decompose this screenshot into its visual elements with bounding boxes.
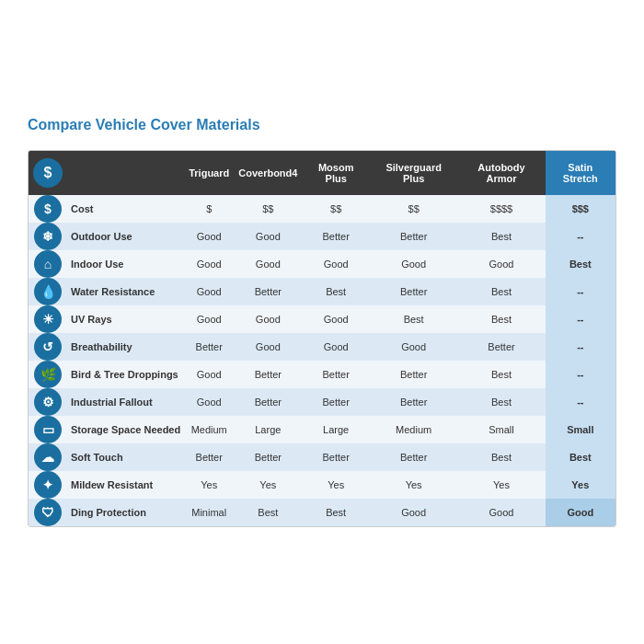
row-cell-col1: Better xyxy=(184,333,234,361)
row-icon-cell: ☁ xyxy=(29,443,67,471)
row-cell-col2: Better xyxy=(234,361,302,388)
row-cell-col4: Better xyxy=(370,388,458,416)
header-icon-cell: $ xyxy=(29,151,67,195)
row-icon-cell: ✦ xyxy=(29,471,67,499)
row-cell-col6: -- xyxy=(546,305,615,333)
water-icon: 💧 xyxy=(34,278,62,305)
row-cell-col4: Best xyxy=(370,305,458,333)
row-label: Storage Space Needed xyxy=(67,416,184,443)
row-cell-col6: Good xyxy=(546,499,615,526)
row-icon-cell: ☀ xyxy=(29,305,67,333)
comparison-table: $ Triguard Coverbond4 Mosom Plus Silverg… xyxy=(29,151,615,526)
row-cell-col1: Good xyxy=(184,278,234,305)
table-row: $Cost$$$$$$$$$$$$$$ xyxy=(29,195,615,223)
row-cell-col5: Best xyxy=(457,361,545,388)
table-row: ✦Mildew ResistantYesYesYesYesYesYes xyxy=(29,471,615,499)
row-cell-col2: Good xyxy=(234,305,302,333)
row-icon-cell: 🛡 xyxy=(29,499,67,526)
row-cell-col1: Minimal xyxy=(184,499,234,526)
row-icon-cell: ⚙ xyxy=(29,388,67,416)
header-col4: Silverguard Plus xyxy=(370,151,458,195)
row-cell-col5: Best xyxy=(457,443,545,471)
row-label: Soft Touch xyxy=(67,443,184,471)
table-row: ☁Soft TouchBetterBetterBetterBetterBestB… xyxy=(29,443,615,471)
table-row: ☀UV RaysGoodGoodGoodBestBest-- xyxy=(29,305,615,333)
row-cell-col1: Good xyxy=(184,250,234,278)
storage-icon: ▭ xyxy=(34,416,62,443)
row-label: Outdoor Use xyxy=(67,223,184,250)
table-row: ▭Storage Space NeededMediumLargeLargeMed… xyxy=(29,416,615,443)
row-cell-col3: Good xyxy=(302,305,369,333)
row-cell-col6: -- xyxy=(546,388,615,416)
row-cell-col3: Yes xyxy=(302,471,369,499)
row-icon-cell: ⌂ xyxy=(29,250,67,278)
row-cell-col1: Yes xyxy=(184,471,234,499)
table-row: 💧Water ResistanceGoodBetterBestBetterBes… xyxy=(29,278,615,305)
row-label: Mildew Resistant xyxy=(67,471,184,499)
row-cell-col1: Good xyxy=(184,223,234,250)
page-title: Compare Vehicle Cover Materials xyxy=(28,117,616,133)
industrial-icon: ⚙ xyxy=(34,388,62,416)
header-col6: Satin Stretch xyxy=(546,151,615,195)
row-cell-col3: $$ xyxy=(302,195,369,223)
row-cell-col1: Good xyxy=(184,388,234,416)
row-cell-col3: Best xyxy=(302,278,369,305)
table-row: 🛡Ding ProtectionMinimalBestBestGoodGoodG… xyxy=(29,499,615,526)
header-col3: Mosom Plus xyxy=(302,151,369,195)
row-cell-col5: Good xyxy=(457,499,545,526)
row-cell-col5: Good xyxy=(457,250,545,278)
row-cell-col2: Large xyxy=(234,416,302,443)
mildew-icon: ✦ xyxy=(34,471,62,499)
header-row: $ Triguard Coverbond4 Mosom Plus Silverg… xyxy=(29,151,615,195)
row-cell-col3: Better xyxy=(302,361,369,388)
row-cell-col3: Good xyxy=(302,333,369,361)
row-cell-col5: Best xyxy=(457,388,545,416)
row-cell-col2: Better xyxy=(234,278,302,305)
row-cell-col4: Good xyxy=(370,250,458,278)
row-cell-col6: Small xyxy=(546,416,615,443)
table-body: $Cost$$$$$$$$$$$$$$❄Outdoor UseGoodGoodB… xyxy=(29,195,615,526)
row-cell-col4: Good xyxy=(370,333,458,361)
header-dollar-icon: $ xyxy=(33,158,63,188)
row-cell-col6: -- xyxy=(546,223,615,250)
row-cell-col6: Best xyxy=(546,443,615,471)
row-cell-col2: Best xyxy=(234,499,302,526)
outdoor-icon: ❄ xyxy=(34,223,62,250)
breath-icon: ↺ xyxy=(34,333,62,361)
row-cell-col4: $$ xyxy=(370,195,458,223)
row-cell-col2: Good xyxy=(234,333,302,361)
row-cell-col5: Best xyxy=(457,305,545,333)
row-label: UV Rays xyxy=(67,305,184,333)
row-icon-cell: 🌿 xyxy=(29,361,67,388)
row-cell-col6: Yes xyxy=(546,471,615,499)
row-cell-col5: $$$$ xyxy=(457,195,545,223)
table-row: ❄Outdoor UseGoodGoodBetterBetterBest-- xyxy=(29,223,615,250)
row-cell-col4: Medium xyxy=(370,416,458,443)
row-cell-col1: Good xyxy=(184,305,234,333)
header-col1: Triguard xyxy=(184,151,234,195)
row-cell-col5: Yes xyxy=(457,471,545,499)
row-icon-cell: $ xyxy=(29,195,67,223)
row-cell-col4: Better xyxy=(370,443,458,471)
dollar-icon: $ xyxy=(34,195,62,223)
row-label: Indoor Use xyxy=(67,250,184,278)
row-cell-col6: $$$ xyxy=(546,195,615,223)
row-cell-col4: Better xyxy=(370,278,458,305)
row-cell-col2: $$ xyxy=(234,195,302,223)
row-icon-cell: ↺ xyxy=(29,333,67,361)
row-label: Industrial Fallout xyxy=(67,388,184,416)
comparison-table-container: $ Triguard Coverbond4 Mosom Plus Silverg… xyxy=(28,150,616,527)
row-cell-col5: Better xyxy=(457,333,545,361)
uv-icon: ☀ xyxy=(34,305,62,333)
row-cell-col5: Best xyxy=(457,223,545,250)
row-cell-col2: Good xyxy=(234,250,302,278)
row-cell-col2: Better xyxy=(234,443,302,471)
row-cell-col2: Good xyxy=(234,223,302,250)
row-cell-col3: Better xyxy=(302,388,369,416)
row-cell-col2: Better xyxy=(234,388,302,416)
soft-icon: ☁ xyxy=(34,443,62,471)
row-label: Bird & Tree Droppings xyxy=(67,361,184,388)
row-cell-col3: Good xyxy=(302,250,369,278)
row-label: Breathability xyxy=(67,333,184,361)
row-cell-col4: Yes xyxy=(370,471,458,499)
